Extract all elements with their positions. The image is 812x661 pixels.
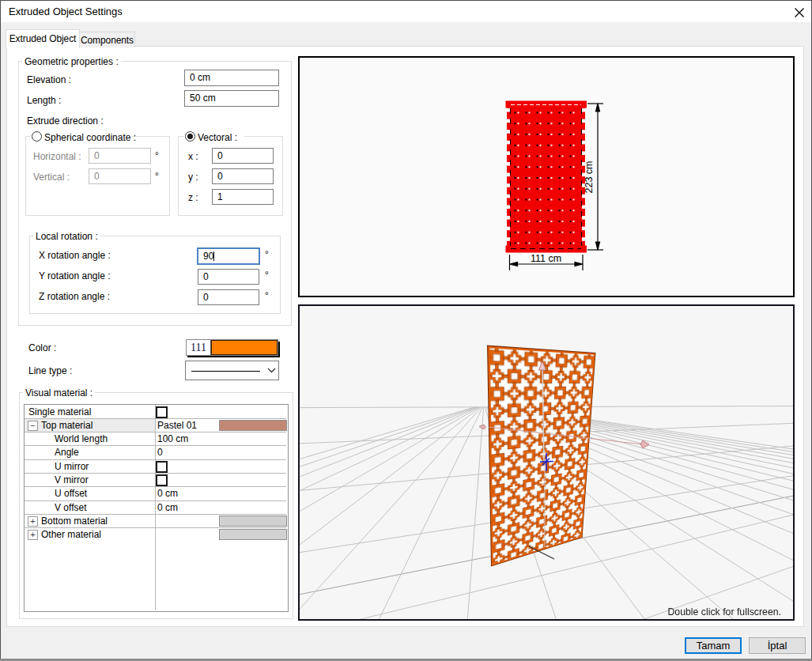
svg-text:111 cm: 111 cm xyxy=(531,253,561,264)
svg-text:223 cm: 223 cm xyxy=(584,161,595,194)
svg-text:Double click for fullscreen.: Double click for fullscreen. xyxy=(667,606,781,618)
